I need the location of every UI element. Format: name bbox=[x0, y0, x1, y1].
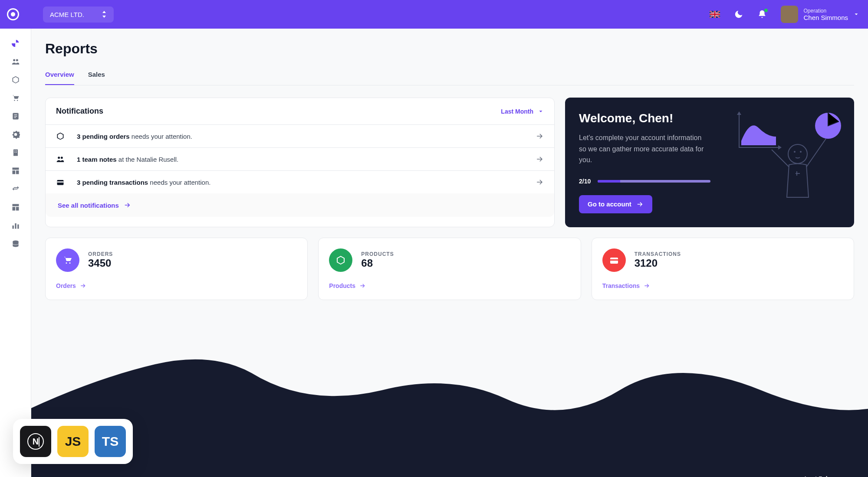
sidebar-item-analytics[interactable] bbox=[11, 221, 20, 230]
invoice-icon bbox=[11, 112, 20, 121]
sidebar-item-layout[interactable] bbox=[11, 167, 20, 175]
stat-card-orders: ORDERS 3450 Orders bbox=[45, 238, 308, 300]
svg-rect-4 bbox=[13, 150, 18, 156]
page-title: Reports bbox=[45, 41, 854, 57]
tab-overview[interactable]: Overview bbox=[45, 71, 74, 85]
language-flag-icon[interactable] bbox=[710, 11, 720, 18]
svg-rect-15 bbox=[12, 225, 13, 229]
welcome-illustration-icon bbox=[733, 102, 845, 206]
tab-sales[interactable]: Sales bbox=[88, 71, 105, 85]
arrow-right-icon bbox=[535, 132, 544, 140]
sidebar-item-orders[interactable] bbox=[11, 94, 20, 102]
notifications-filter[interactable]: Last Month bbox=[501, 108, 544, 115]
stat-value: 68 bbox=[361, 257, 394, 269]
database-icon bbox=[11, 239, 20, 248]
svg-point-24 bbox=[788, 144, 807, 163]
stat-label: PRODUCTS bbox=[361, 251, 394, 257]
see-all-notifications-link[interactable]: See all notifications bbox=[58, 201, 542, 209]
svg-rect-9 bbox=[12, 168, 19, 170]
logo-icon[interactable] bbox=[7, 8, 19, 20]
notifications-title: Notifications bbox=[56, 107, 103, 116]
box-icon bbox=[329, 248, 352, 272]
user-menu[interactable]: Operation Chen Simmons bbox=[781, 6, 859, 23]
svg-point-20 bbox=[61, 157, 63, 159]
chevron-down-icon bbox=[853, 11, 859, 17]
svg-rect-28 bbox=[610, 259, 618, 261]
cart-icon bbox=[56, 248, 79, 272]
grid-icon bbox=[11, 203, 20, 212]
svg-text:N: N bbox=[33, 437, 39, 446]
layout-icon bbox=[11, 167, 20, 175]
avatar bbox=[781, 6, 798, 23]
notification-dot-icon bbox=[764, 9, 768, 12]
sidebar-item-transfers[interactable] bbox=[11, 185, 20, 193]
svg-rect-13 bbox=[12, 207, 15, 210]
svg-rect-17 bbox=[17, 225, 19, 229]
tech-badge-js: JS bbox=[57, 426, 89, 457]
sidebar-item-team[interactable] bbox=[11, 57, 20, 66]
user-name: Chen Simmons bbox=[803, 14, 848, 21]
stat-value: 3450 bbox=[88, 257, 113, 269]
arrow-right-icon bbox=[636, 200, 644, 208]
notifications-bell[interactable] bbox=[757, 10, 767, 19]
notification-item[interactable]: 3 pending orders needs your attention. bbox=[46, 124, 554, 147]
svg-point-25 bbox=[794, 151, 796, 153]
sidebar-item-invoices[interactable] bbox=[11, 112, 20, 121]
pie-chart-icon bbox=[11, 39, 20, 48]
svg-point-26 bbox=[800, 151, 802, 153]
transfer-icon bbox=[11, 185, 20, 193]
notification-item[interactable]: 3 pending transactions needs your attent… bbox=[46, 170, 554, 193]
progress-bar bbox=[598, 180, 710, 183]
sidebar-item-reports[interactable] bbox=[11, 39, 20, 48]
sidebar-item-company[interactable] bbox=[11, 148, 20, 157]
stat-label: TRANSACTIONS bbox=[635, 251, 681, 257]
svg-rect-16 bbox=[15, 223, 16, 229]
go-to-account-button[interactable]: Go to account bbox=[579, 195, 652, 213]
arrow-right-icon bbox=[535, 155, 544, 163]
people-icon bbox=[11, 57, 20, 66]
sidebar-item-storage[interactable] bbox=[11, 239, 20, 248]
chevron-down-icon bbox=[538, 108, 544, 114]
org-selector[interactable]: ACME LTD. bbox=[43, 7, 114, 23]
svg-rect-5 bbox=[14, 150, 15, 151]
svg-point-2 bbox=[16, 59, 18, 61]
sidebar-item-dashboard[interactable] bbox=[11, 203, 20, 212]
svg-rect-10 bbox=[12, 170, 15, 174]
tech-badges: N JS TS bbox=[13, 419, 133, 464]
tabs: Overview Sales bbox=[45, 71, 854, 85]
gear-icon bbox=[11, 130, 20, 139]
user-role: Operation bbox=[803, 8, 848, 14]
svg-point-19 bbox=[58, 157, 60, 159]
stat-link-orders[interactable]: Orders bbox=[56, 282, 297, 289]
notifications-card: Notifications Last Month 3 pending order… bbox=[45, 98, 555, 227]
card-icon bbox=[602, 248, 626, 272]
chart-icon bbox=[11, 221, 20, 230]
cart-icon bbox=[11, 94, 20, 102]
stat-link-products[interactable]: Products bbox=[329, 282, 570, 289]
svg-point-1 bbox=[13, 59, 15, 61]
app-header: ACME LTD. Operation Chen Simmons bbox=[0, 0, 868, 29]
arrow-right-icon bbox=[643, 282, 650, 289]
tech-badge-next: N bbox=[20, 426, 51, 457]
progress-text: 2/10 bbox=[579, 178, 591, 185]
svg-rect-12 bbox=[12, 204, 19, 206]
people-icon bbox=[56, 155, 66, 163]
tech-badge-ts: TS bbox=[95, 426, 126, 457]
svg-rect-14 bbox=[16, 207, 19, 210]
sidebar-item-settings[interactable] bbox=[11, 130, 20, 139]
chart-period-filter[interactable]: Last 7 days bbox=[805, 475, 847, 477]
notification-item[interactable]: 1 team notes at the Natalie Rusell. bbox=[46, 147, 554, 170]
arrow-right-icon bbox=[123, 201, 131, 209]
sidebar-item-products[interactable] bbox=[11, 75, 20, 84]
svg-rect-6 bbox=[16, 150, 16, 151]
stat-link-transactions[interactable]: Transactions bbox=[602, 282, 843, 289]
chevron-updown-icon bbox=[102, 11, 107, 18]
stat-card-transactions: TRANSACTIONS 3120 Transactions bbox=[592, 238, 854, 300]
svg-rect-8 bbox=[16, 152, 16, 153]
org-name: ACME LTD. bbox=[50, 11, 84, 18]
arrow-right-icon bbox=[359, 282, 366, 289]
wallet-icon bbox=[56, 178, 66, 186]
moon-icon[interactable] bbox=[734, 10, 743, 19]
sidebar bbox=[0, 29, 31, 477]
svg-rect-11 bbox=[16, 170, 19, 174]
